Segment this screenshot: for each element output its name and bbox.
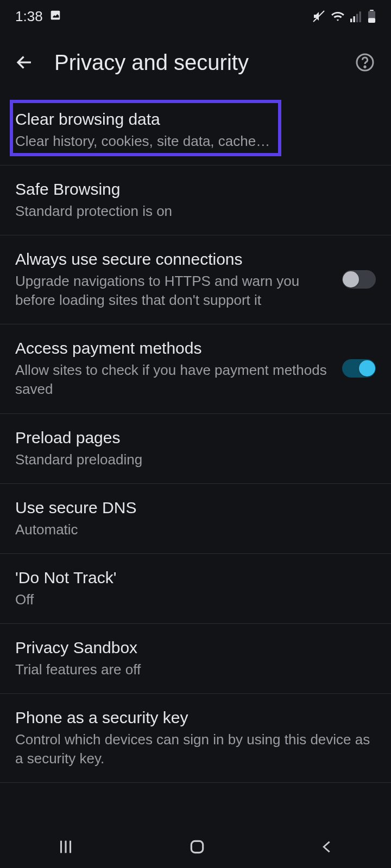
arrow-left-icon [15,53,34,72]
setting-sub: Automatic [15,520,376,539]
setting-safe-browsing[interactable]: Safe Browsing Standard protection is on [0,165,391,235]
setting-title: Privacy Sandbox [15,637,376,658]
setting-secure-connections[interactable]: Always use secure connections Upgrade na… [0,235,391,324]
setting-sub: Clear history, cookies, site data, cache… [15,132,376,151]
toggle-access-payment-methods[interactable] [342,359,376,378]
status-bar: 1:38 [0,0,391,33]
setting-preload-pages[interactable]: Preload pages Standard preloading [0,414,391,484]
toggle-knob [359,360,375,376]
back-button[interactable] [5,43,43,81]
help-button[interactable] [349,46,381,79]
system-navbar [0,826,391,868]
status-right [312,10,376,23]
recents-icon [56,838,75,856]
nav-back-button[interactable] [319,838,335,856]
setting-title: 'Do Not Track' [15,567,376,588]
signal-icon [350,10,362,22]
svg-rect-4 [356,14,358,22]
setting-phone-security-key[interactable]: Phone as a security key Control which de… [0,694,391,783]
status-left: 1:38 [15,8,61,25]
setting-clear-browsing-data[interactable]: Clear browsing data Clear history, cooki… [0,92,391,165]
setting-title: Access payment methods [15,337,329,359]
svg-rect-15 [191,841,203,852]
svg-rect-6 [370,10,374,11]
svg-rect-3 [354,16,355,22]
svg-rect-0 [51,10,60,20]
toggle-knob [343,271,359,288]
setting-title: Always use secure connections [15,248,329,270]
svg-rect-5 [360,11,361,22]
svg-point-11 [364,66,365,67]
settings-list: Clear browsing data Clear history, cooki… [0,92,391,783]
setting-sub: Control which devices can sign in by usi… [15,730,376,768]
wifi-icon [331,10,345,22]
svg-rect-2 [350,18,352,22]
picture-icon [49,8,61,25]
setting-title: Phone as a security key [15,707,376,728]
svg-rect-8 [368,18,375,23]
setting-sub: Standard preloading [15,450,376,469]
setting-title: Clear browsing data [15,108,376,130]
toggle-secure-connections[interactable] [342,270,376,289]
chevron-left-icon [319,838,335,856]
setting-title: Safe Browsing [15,178,376,200]
setting-sub: Trial features are off [15,660,376,679]
setting-title: Preload pages [15,427,376,448]
home-icon [188,838,206,856]
status-time: 1:38 [15,8,43,25]
setting-secure-dns[interactable]: Use secure DNS Automatic [0,484,391,554]
setting-sub: Standard protection is on [15,202,376,221]
setting-sub: Allow sites to check if you have payment… [15,361,329,399]
mute-icon [312,10,325,23]
setting-access-payment-methods[interactable]: Access payment methods Allow sites to ch… [0,324,391,413]
battery-icon [368,10,376,23]
setting-privacy-sandbox[interactable]: Privacy Sandbox Trial features are off [0,624,391,694]
setting-title: Use secure DNS [15,497,376,518]
setting-sub: Off [15,590,376,609]
nav-home-button[interactable] [188,838,206,856]
setting-sub: Upgrade navigations to HTTPS and warn yo… [15,272,329,310]
setting-do-not-track[interactable]: 'Do Not Track' Off [0,554,391,624]
app-header: Privacy and security [0,33,391,92]
nav-recents-button[interactable] [56,838,75,856]
help-circle-icon [355,53,375,72]
page-title: Privacy and security [43,50,349,75]
